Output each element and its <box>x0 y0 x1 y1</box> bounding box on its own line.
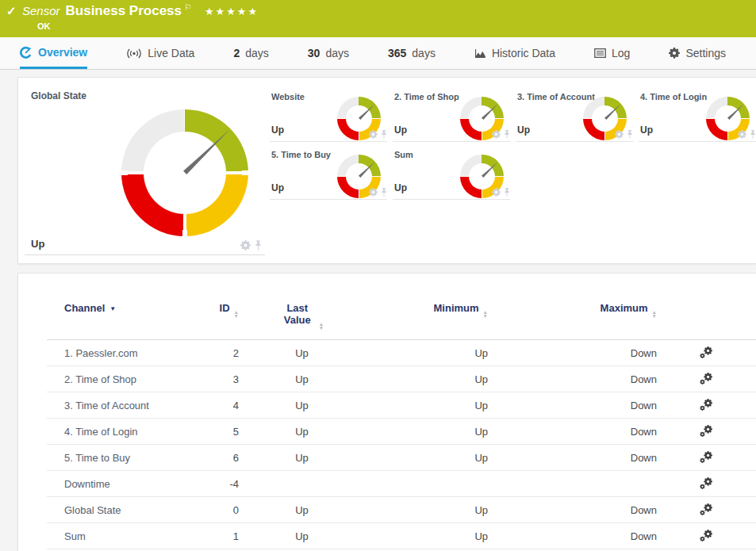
column-header-actions <box>657 302 756 340</box>
channel-link[interactable]: Sum <box>64 530 86 542</box>
channel-id: 4 <box>179 392 239 419</box>
last-value: Up <box>239 523 365 549</box>
gauge-icon <box>20 46 33 59</box>
pin-icon[interactable] <box>255 240 262 251</box>
gear-icon[interactable] <box>369 188 378 197</box>
sort-icon: ▲▼ <box>652 311 657 318</box>
tab-30-days[interactable]: 30 days <box>308 37 349 69</box>
channel-settings-icon[interactable] <box>700 477 713 490</box>
tile-time-to-buy[interactable]: 5. Time to Buy Up <box>270 142 387 200</box>
column-label: ID <box>220 302 230 314</box>
maximum-value: Down <box>488 366 657 392</box>
channel-settings-icon[interactable] <box>700 530 713 542</box>
channels-table: Channel▼ ID▲▼ Last Value▲▼ Minimum▲▼ Max… <box>47 302 756 549</box>
sort-desc-icon: ▼ <box>109 305 116 312</box>
channel-link[interactable]: Global State <box>64 504 121 516</box>
tile-time-of-shop[interactable]: 2. Time of Shop Up <box>393 84 510 142</box>
maximum-value: Down <box>488 392 657 419</box>
column-header-maximum[interactable]: Maximum▲▼ <box>488 302 657 340</box>
maximum-value: Down <box>488 523 657 549</box>
tab-historic-data[interactable]: Historic Data <box>474 37 555 69</box>
tab-settings[interactable]: Settings <box>669 37 726 69</box>
maximum-value: Down <box>488 340 657 366</box>
minimum-value: Up <box>365 392 488 419</box>
channel-settings-icon[interactable] <box>700 399 713 411</box>
pin-icon[interactable] <box>504 188 510 197</box>
priority-stars[interactable]: ★★★★★ <box>205 6 259 17</box>
gear-icon[interactable] <box>738 130 746 139</box>
tab-live-data[interactable]: Live Data <box>126 37 194 69</box>
pin-icon[interactable] <box>381 130 387 139</box>
channel-settings-icon[interactable] <box>700 503 713 516</box>
tile-title: 4. Time of Login <box>640 92 707 101</box>
tile-time-of-login[interactable]: 4. Time of Login Up <box>639 84 756 142</box>
gauges-card: Global State Up Website Up 2. Time <box>17 77 756 264</box>
column-label: Minimum <box>434 302 479 314</box>
table-row: 3. Time of Account 4 Up Up Down <box>47 392 756 419</box>
tab-2-days[interactable]: 2 days <box>233 37 268 69</box>
column-header-channel[interactable]: Channel▼ <box>47 302 179 340</box>
table-row: 1. Paessler.com 2 Up Up Down <box>47 340 756 366</box>
gear-icon[interactable] <box>492 188 501 197</box>
tab-label: Settings <box>685 47 726 59</box>
gauge-needle <box>182 128 232 176</box>
gear-icon <box>669 48 680 59</box>
tile-title: 2. Time of Shop <box>394 92 459 101</box>
tile-status: Up <box>394 124 407 136</box>
sort-icon: ▲▼ <box>319 323 324 330</box>
channel-link[interactable]: 1. Paessler.com <box>64 347 138 359</box>
last-value: Up <box>239 497 365 523</box>
tile-status: Up <box>271 182 284 193</box>
tab-365-days[interactable]: 365 days <box>388 37 436 69</box>
column-header-minimum[interactable]: Minimum▲▼ <box>365 302 488 340</box>
maximum-value <box>488 471 657 497</box>
panel-title: Global State <box>31 90 86 101</box>
minimum-value: Up <box>365 340 488 366</box>
tab-overview[interactable]: Overview <box>20 37 87 69</box>
gear-icon[interactable] <box>492 130 501 139</box>
tile-time-of-account[interactable]: 3. Time of Account Up <box>516 84 633 142</box>
column-header-last-value[interactable]: Last Value▲▼ <box>239 302 365 340</box>
gauge-needle <box>727 102 745 120</box>
pin-icon[interactable] <box>381 188 387 197</box>
tab-label: Overview <box>38 46 87 59</box>
channel-link[interactable]: 4. Time of Login <box>64 426 138 438</box>
tile-website[interactable]: Website Up <box>270 84 387 142</box>
channel-id: 3 <box>179 366 239 392</box>
flag-icon[interactable]: ⚐ <box>184 2 192 13</box>
column-header-id[interactable]: ID▲▼ <box>179 302 239 340</box>
table-row: 2. Time of Shop 3 Up Up Down <box>47 366 756 392</box>
gear-icon[interactable] <box>240 240 251 251</box>
tab-label: days <box>245 47 269 59</box>
pin-icon[interactable] <box>750 130 756 139</box>
pin-icon[interactable] <box>627 130 633 139</box>
channel-settings-icon[interactable] <box>700 451 713 464</box>
channel-settings-icon[interactable] <box>700 346 713 359</box>
gear-icon[interactable] <box>369 130 378 139</box>
gauge-needle <box>481 160 499 178</box>
channel-link[interactable]: 3. Time of Account <box>64 400 149 411</box>
channel-settings-icon[interactable] <box>700 425 713 438</box>
last-value: Up <box>239 340 365 366</box>
object-kind-label: Sensor <box>22 4 60 17</box>
last-value <box>239 471 365 497</box>
tile-status: Up <box>271 124 284 136</box>
tile-title: 3. Time of Account <box>517 92 595 101</box>
gear-icon[interactable] <box>615 130 624 139</box>
pin-icon[interactable] <box>504 130 510 139</box>
tab-number: 30 <box>308 47 320 59</box>
tile-sum[interactable]: Sum Up <box>393 142 510 200</box>
channel-link[interactable]: 2. Time of Shop <box>64 373 136 385</box>
tab-label: Historic Data <box>492 47 555 59</box>
tab-label: days <box>325 47 349 59</box>
channel-settings-icon[interactable] <box>700 373 713 385</box>
channel-link[interactable]: Downtime <box>64 478 110 490</box>
tab-log[interactable]: Log <box>594 37 630 69</box>
tab-label: Log <box>612 47 630 59</box>
sort-icon: ▲▼ <box>483 311 488 318</box>
tile-title: Sum <box>394 150 413 159</box>
table-row: Global State 0 Up Up Down <box>47 497 756 523</box>
channel-link[interactable]: 5. Time to Buy <box>64 452 130 464</box>
tab-label: Live Data <box>148 47 194 59</box>
live-data-icon <box>126 48 142 59</box>
